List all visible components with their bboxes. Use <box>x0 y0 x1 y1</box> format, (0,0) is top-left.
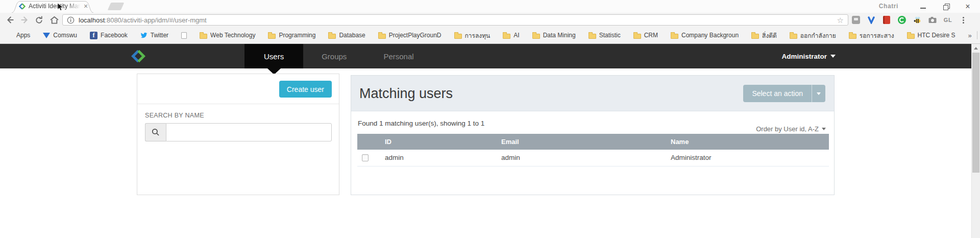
refresh-button[interactable] <box>33 14 45 26</box>
bookmark-item[interactable]: Comswu <box>43 32 77 39</box>
extension-gl-icon[interactable]: GL <box>943 15 952 25</box>
search-addon <box>145 123 166 141</box>
chevron-down-icon <box>817 92 821 95</box>
bookmark-label: Twitter <box>151 32 168 39</box>
extension-v-icon[interactable] <box>867 15 876 25</box>
bookmark-label: Data Mining <box>543 32 576 39</box>
bookmark-item[interactable]: Apps <box>6 32 30 39</box>
activiti-logo-icon[interactable] <box>131 49 145 63</box>
bookmark-label: ProjectPlayGrounD <box>389 32 442 39</box>
bookmarks-overflow-icon[interactable]: » <box>968 32 972 39</box>
url-path: :8080/activiti-app/idm/#/user-mgmt <box>105 16 206 24</box>
scrollbar-up-icon[interactable] <box>972 44 980 52</box>
folder-icon <box>907 34 915 39</box>
scrollbar-thumb[interactable] <box>972 53 979 173</box>
order-by-dropdown[interactable]: Order by User id, A-Z <box>756 125 826 133</box>
forward-icon <box>19 14 30 26</box>
tab-users[interactable]: Users <box>244 44 303 68</box>
table-column-header: Email <box>495 134 665 150</box>
twitter-icon <box>140 32 148 39</box>
table-cell: Administrator <box>665 150 829 166</box>
folder-icon <box>790 34 797 39</box>
select-action-dropdown[interactable] <box>812 85 825 102</box>
search-input[interactable] <box>166 123 332 141</box>
bookmark-label: Facebook <box>101 32 128 39</box>
extension-generic-icon[interactable] <box>851 15 861 25</box>
bookmarks-bar: AppsComswufFacebookTwitterWeb Technology… <box>0 27 980 44</box>
order-by-label: Order by User id, A-Z <box>756 125 819 133</box>
bookmark-item[interactable] <box>181 32 187 39</box>
bookmark-item[interactable]: Programming <box>268 32 315 39</box>
row-checkbox-cell <box>357 150 379 166</box>
bookmarks-list: AppsComswufFacebookTwitterWeb Technology… <box>6 31 955 40</box>
bookmark-item[interactable]: HTC Desire S <box>907 32 955 39</box>
folder-icon <box>200 34 207 39</box>
bookmark-label: Comswu <box>53 32 77 39</box>
mouse-cursor <box>57 3 64 12</box>
bookmark-item[interactable]: CRM <box>633 32 658 39</box>
tab-groups[interactable]: Groups <box>303 44 365 68</box>
bookmark-item[interactable]: fFacebook <box>90 32 128 39</box>
bookmark-item[interactable]: Statistic <box>589 32 621 39</box>
panel-header: Matching users Select an action <box>351 76 834 111</box>
close-window-button[interactable]: × <box>960 0 976 13</box>
bookmark-item[interactable]: ProjectPlayGrounD <box>378 32 442 39</box>
table-column-header: ID <box>379 134 495 150</box>
browser-menu-icon[interactable] <box>959 15 968 25</box>
back-icon <box>5 14 16 26</box>
apps-grid-icon <box>6 32 13 39</box>
tab-close-icon[interactable]: × <box>84 3 88 10</box>
bookmark-label: Statistic <box>599 32 621 39</box>
bookmark-item[interactable]: ออกกำลังกาย <box>790 31 836 40</box>
bookmark-item[interactable]: การลงทุน <box>454 31 491 40</box>
tab-personal[interactable]: Personal <box>365 44 432 68</box>
extension-grammarly-icon[interactable] <box>897 15 906 25</box>
bookmark-item[interactable]: สิ่งดีดี <box>751 31 777 40</box>
forward-button[interactable] <box>18 14 31 26</box>
bookmark-item[interactable]: รอการสะสาง <box>849 31 894 40</box>
select-action-split-button: Select an action <box>743 85 825 102</box>
page-scrollbar[interactable] <box>971 44 980 238</box>
folder-icon <box>503 34 510 39</box>
back-button[interactable] <box>4 14 16 26</box>
browser-toolbar: localhost:8080/activiti-app/idm/#/user-m… <box>0 13 980 27</box>
bookmark-item[interactable]: Twitter <box>140 32 168 39</box>
extension-camera-icon[interactable] <box>928 15 937 25</box>
bookmark-star-icon[interactable]: ☆ <box>837 16 844 24</box>
bookmark-label: Programming <box>279 32 315 39</box>
bookmark-label: Web Technology <box>210 32 255 39</box>
extensions-area: GL <box>851 14 968 26</box>
result-summary: Found 1 matching user(s), showing 1 to 1 <box>358 120 484 127</box>
bookmark-label: ออกกำลังกาย <box>800 31 836 40</box>
bookmark-item[interactable]: Database <box>328 32 365 39</box>
folder-icon <box>849 34 856 39</box>
extension-book-icon[interactable] <box>882 15 891 25</box>
search-by-name-label: SEARCH BY NAME <box>145 112 204 119</box>
home-icon <box>49 15 60 26</box>
new-tab-button[interactable] <box>108 3 125 10</box>
bookmark-item[interactable]: Data Mining <box>532 32 576 39</box>
create-user-button[interactable]: Create user <box>279 81 332 98</box>
page-icon <box>181 32 187 39</box>
triangle-icon <box>43 33 50 38</box>
page-info-icon[interactable] <box>67 16 75 24</box>
bookmark-item[interactable]: Web Technology <box>200 32 255 39</box>
user-filter-panel: Create user SEARCH BY NAME <box>137 74 339 195</box>
bookmark-item[interactable]: AI <box>503 32 519 39</box>
minimize-icon <box>920 8 926 9</box>
folder-icon <box>328 34 336 39</box>
address-bar[interactable]: localhost:8080/activiti-app/idm/#/user-m… <box>62 14 848 26</box>
home-button[interactable] <box>48 14 60 26</box>
table-row[interactable]: adminadminAdministrator <box>357 150 829 166</box>
app-navbar: UsersGroupsPersonal Administrator <box>0 44 980 68</box>
row-checkbox[interactable] <box>362 154 369 161</box>
user-menu[interactable]: Administrator <box>781 44 836 68</box>
folder-icon <box>671 34 678 39</box>
browser-tab[interactable]: Activiti Identity Manage × <box>11 1 94 13</box>
bookmark-item[interactable]: Company Backgroun <box>671 32 739 39</box>
select-action-button[interactable]: Select an action <box>743 85 812 102</box>
minimize-button[interactable] <box>915 0 931 13</box>
table-column-header: Name <box>665 134 829 150</box>
extension-bee-icon[interactable] <box>913 15 922 25</box>
restore-button[interactable] <box>938 0 954 13</box>
